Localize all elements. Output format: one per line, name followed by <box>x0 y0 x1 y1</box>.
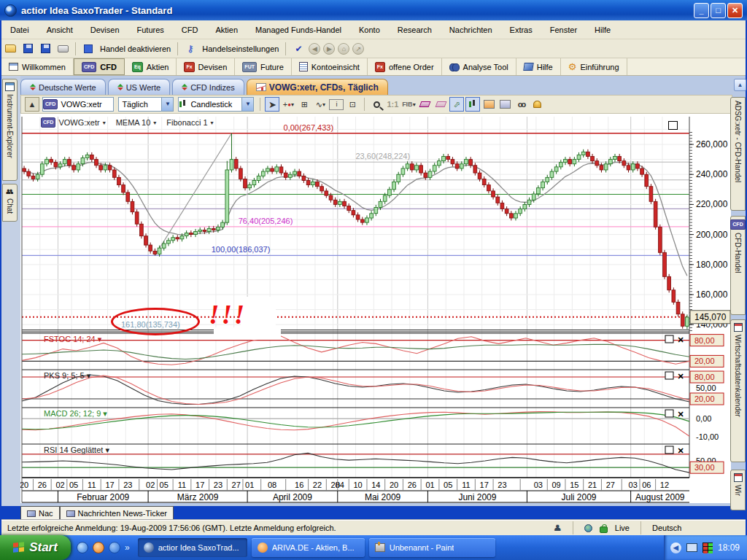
news-tab-truncated[interactable]: Nac <box>20 506 60 520</box>
trade-disable-label[interactable]: Handel deaktivieren <box>100 44 171 53</box>
chart-canvas[interactable]: 0,00(267,433)23,60(248,224)76,40(205,246… <box>20 114 731 503</box>
trade-settings-label[interactable]: Handelseinstellungen <box>202 44 279 53</box>
open-icon[interactable] <box>3 42 18 55</box>
menu-item-cfd[interactable]: CFD <box>173 23 207 37</box>
chart-tab-vowg-xetr-cfds-t-glich[interactable]: VOWG:xetr, CFDs, Täglich <box>247 79 388 95</box>
side-tab-adsg-xetr-cfd-handel[interactable]: ADSG:xetr - CFD-Handel <box>730 97 746 211</box>
ratio-button[interactable]: 1:1 <box>385 97 400 112</box>
erase-all-tool-icon[interactable] <box>433 97 448 112</box>
style-select[interactable]: Candlestick ▼ <box>178 97 254 112</box>
task-button-1[interactable]: ARIVA.DE - Aktien, B... <box>252 538 365 557</box>
trade-settings-icon[interactable]: ⚷ <box>183 42 198 55</box>
chevron-down-icon[interactable]: ▾ <box>211 120 214 126</box>
menu-item-aktien[interactable]: Aktien <box>206 23 247 37</box>
check-icon[interactable]: ✔ <box>291 42 306 55</box>
start-button[interactable]: Start <box>0 535 71 560</box>
task-button-2[interactable]: Unbenannt - Paint <box>369 538 495 557</box>
chevron-down-icon[interactable]: ▼ <box>161 98 173 111</box>
module-tab-hilfe[interactable]: Hilfe <box>516 58 561 75</box>
svg-text:RSI 14 Geglättet ▾: RSI 14 Geglättet ▾ <box>44 446 109 454</box>
forward-icon[interactable]: ▶ <box>323 43 335 55</box>
module-tab-analyse-tool[interactable]: Analyse Tool <box>442 58 516 75</box>
module-tab-aktien[interactable]: EqAktien <box>125 58 177 75</box>
instrument-value[interactable]: VOWG:xetr <box>58 100 113 109</box>
minimize-button[interactable]: _ <box>694 3 709 18</box>
maximize-button[interactable]: □ <box>711 3 726 18</box>
menu-item-hilfe[interactable]: Hilfe <box>586 23 619 37</box>
maximize-pane-icon[interactable] <box>668 121 678 130</box>
menu-item-fenster[interactable]: Fenster <box>541 23 586 37</box>
style-value[interactable]: Candlestick <box>187 100 241 109</box>
chevron-down-icon[interactable]: ▾ <box>103 120 106 126</box>
module-tab-offene-order[interactable]: Fxoffene Order <box>368 58 442 75</box>
period-value[interactable]: Täglich <box>119 100 161 109</box>
period-select[interactable]: Täglich ▼ <box>118 97 174 112</box>
instrument-input[interactable]: CFD VOWG:xetr <box>42 97 114 112</box>
firefox-quicklaunch-icon[interactable] <box>93 542 104 553</box>
add-panel-icon[interactable]: ⊡ <box>345 97 360 112</box>
scroll-up-icon[interactable]: ▲ <box>734 79 746 91</box>
menu-item-nachrichten[interactable]: Nachrichten <box>441 23 501 37</box>
legend-mema[interactable]: MEMA 10 <box>116 118 151 127</box>
module-tab-willkommen[interactable]: Willkommen <box>1 58 74 75</box>
indicator-tool-icon[interactable]: ∿▾ <box>313 97 328 112</box>
side-tab-wir[interactable]: Wir <box>730 470 746 510</box>
export-icon[interactable]: ↗ <box>352 43 364 55</box>
link-charts-icon[interactable]: oo <box>514 97 528 112</box>
eraser-tool-icon[interactable] <box>417 97 432 112</box>
menu-item-managed-funds-handel[interactable]: Managed Funds-Handel <box>247 23 350 37</box>
chart-tab-deutsche-werte[interactable]: Deutsche Werte <box>20 79 106 95</box>
trendline-tool-icon[interactable]: ⬀ <box>449 97 464 112</box>
svg-text:20: 20 <box>390 481 398 489</box>
tray-collapse-icon[interactable]: ◀ <box>670 542 681 553</box>
copy-image-icon[interactable] <box>498 97 512 112</box>
pointer-tool-icon[interactable]: ➤ <box>265 97 279 112</box>
module-tab-devisen[interactable]: FxDevisen <box>177 58 235 75</box>
fibonacci-tool-button[interactable]: FIB▾ <box>401 97 416 112</box>
menu-item-ansicht[interactable]: Ansicht <box>38 23 82 37</box>
svg-text:100,00(186,037): 100,00(186,037) <box>212 245 271 254</box>
browser-quicklaunch-icon[interactable] <box>109 542 120 553</box>
ie-quicklaunch-icon[interactable] <box>77 542 88 553</box>
module-tab-kontoeinsicht[interactable]: Kontoeinsicht <box>292 58 368 75</box>
chart-tab-cfd-indizes[interactable]: CFD Indizes <box>172 79 244 95</box>
print-icon[interactable] <box>55 42 70 55</box>
save-icon[interactable] <box>20 42 35 55</box>
menu-item-futures[interactable]: Futures <box>128 23 173 37</box>
side-tab-instrument-explorer[interactable]: Instrument-Explorer <box>2 79 18 181</box>
chevron-down-icon[interactable]: ▾ <box>153 120 156 126</box>
menu-item-research[interactable]: Research <box>389 23 441 37</box>
chevron-down-icon[interactable]: ▼ <box>241 98 253 111</box>
news-ticker-tab[interactable]: Nachrichten News-Ticker <box>60 506 174 520</box>
zoom-tool-icon[interactable] <box>369 97 384 112</box>
grid-toggle-icon[interactable]: ⊞ <box>297 97 311 112</box>
menu-item-konto[interactable]: Konto <box>350 23 389 37</box>
side-tab-wirtschaftsdatenkalender[interactable]: Wirtschaftsdatenkalender <box>730 319 746 462</box>
save-as-icon[interactable] <box>38 42 53 55</box>
side-tab-cfd-handel[interactable]: CFDCFD-Handel <box>730 216 746 315</box>
close-button[interactable]: ✕ <box>727 3 743 18</box>
module-tab-cfd[interactable]: CFDCFD <box>74 58 125 75</box>
crosshair-tool-icon[interactable]: +●▾ <box>281 97 295 112</box>
legend-fibonacci[interactable]: Fibonacci 1 <box>166 118 207 127</box>
info-tool-icon[interactable]: i <box>329 99 344 110</box>
back-icon[interactable]: ◀ <box>309 43 320 55</box>
menu-item-extras[interactable]: Extras <box>501 23 541 37</box>
trade-disable-icon[interactable] <box>81 42 96 55</box>
task-button-0[interactable]: actior Idea SaxoTrad... <box>138 538 247 557</box>
network-tray-icon[interactable] <box>686 543 697 552</box>
home-icon[interactable]: ⌂ <box>338 43 349 55</box>
module-tab-einf-hrung[interactable]: ⚙Einführung <box>561 58 627 75</box>
quicklaunch-overflow-icon[interactable]: » <box>125 542 130 553</box>
collapse-panel-button[interactable]: ▲ <box>25 97 39 112</box>
save-image-icon[interactable] <box>481 97 496 112</box>
legend-instrument[interactable]: VOWG:xetr <box>58 118 99 127</box>
chart-tab-us-werte[interactable]: US Werte <box>108 79 170 95</box>
connection-status-icon[interactable] <box>703 542 713 553</box>
menu-item-devisen[interactable]: Devisen <box>82 23 128 37</box>
pattern-tool-icon[interactable] <box>465 97 480 112</box>
alert-bell-icon[interactable] <box>530 97 544 112</box>
module-tab-future[interactable]: FUTFuture <box>235 58 291 75</box>
menu-item-datei[interactable]: Datei <box>1 23 38 37</box>
side-tab-chat[interactable]: 👥︎Chat <box>2 184 18 222</box>
